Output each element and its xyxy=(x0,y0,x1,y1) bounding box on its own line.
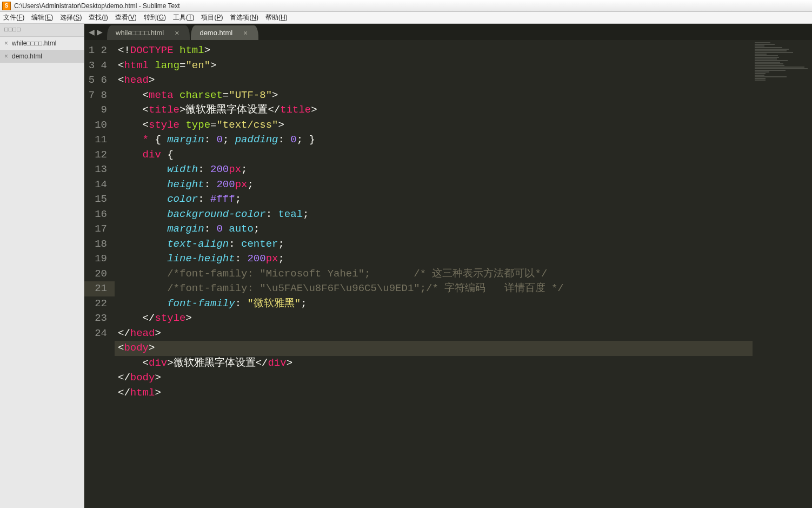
minimap-line xyxy=(755,58,777,60)
close-icon[interactable]: × xyxy=(243,29,248,37)
minimap-line xyxy=(755,50,787,51)
minimap-line xyxy=(755,57,779,58)
close-icon[interactable]: × xyxy=(4,41,9,45)
minimap-line xyxy=(755,60,788,61)
minimap-line xyxy=(755,55,778,56)
editor-body[interactable]: 1 2 3 4 5 6 7 8 9 10 11 12 13 14 15 16 1… xyxy=(84,40,812,508)
minimap-line xyxy=(755,76,787,77)
menu-s[interactable]: 选择(S) xyxy=(60,13,82,22)
tab[interactable]: demo.html× xyxy=(191,25,258,40)
tab-prev-icon[interactable]: ◀ xyxy=(89,28,95,36)
minimap-line xyxy=(755,75,764,76)
minimap-line xyxy=(755,68,808,69)
menu-f[interactable]: 文件(F) xyxy=(3,13,24,22)
editor-area: ◀ ▶ while□□□□.html×demo.html× 1 2 3 4 5 … xyxy=(84,24,812,508)
sidebar-item-label: while□□□□.html xyxy=(12,39,56,47)
minimap-line xyxy=(755,67,804,68)
minimap-line xyxy=(755,42,770,43)
sidebar-item[interactable]: ×while□□□□.html xyxy=(0,37,84,50)
minimap[interactable] xyxy=(753,40,812,508)
minimap-line xyxy=(755,47,782,48)
menu-e[interactable]: 编辑(E) xyxy=(31,13,53,22)
tab-next-icon[interactable]: ▶ xyxy=(97,28,103,36)
minimap-line xyxy=(755,65,784,66)
titlebar: S C:\Users\Administrator\Desktop\demo.ht… xyxy=(0,0,812,12)
code-area[interactable]: <!DOCTYPE html> <html lang="en"> <head> … xyxy=(115,40,753,508)
close-icon[interactable]: × xyxy=(175,29,179,37)
tab-nav[interactable]: ◀ ▶ xyxy=(84,24,107,40)
gutter: 1 2 3 4 5 6 7 8 9 10 11 12 13 14 15 16 1… xyxy=(84,40,115,508)
sidebar-header: □□□□ xyxy=(0,24,84,37)
tabbar: ◀ ▶ while□□□□.html×demo.html× xyxy=(84,24,812,40)
minimap-line xyxy=(755,63,783,64)
minimap-line xyxy=(755,78,766,79)
minimap-line xyxy=(755,62,780,63)
window-title: C:\Users\Administrator\Desktop\demo.html… xyxy=(14,2,180,10)
minimap-line xyxy=(755,49,789,50)
menu-h[interactable]: 帮助(H) xyxy=(265,13,288,22)
menu-g[interactable]: 转到(G) xyxy=(144,13,166,22)
menu-n[interactable]: 首选项(N) xyxy=(230,13,258,22)
minimap-line xyxy=(755,80,766,81)
close-icon[interactable]: × xyxy=(4,54,9,58)
minimap-line xyxy=(755,44,775,45)
menu-v[interactable]: 查看(V) xyxy=(115,13,137,22)
menubar: 文件(F)编辑(E)选择(S)查找(I)查看(V)转到(G)工具(T)项目(P)… xyxy=(0,12,812,24)
sidebar: □□□□ ×while□□□□.html×demo.html xyxy=(0,24,84,508)
menu-p[interactable]: 项目(P) xyxy=(201,13,223,22)
menu-t[interactable]: 工具(T) xyxy=(173,13,194,22)
minimap-line xyxy=(755,70,786,71)
minimap-line xyxy=(755,52,793,53)
sidebar-item[interactable]: ×demo.html xyxy=(0,50,84,63)
tab-label: while□□□□.html xyxy=(116,29,164,37)
tab[interactable]: while□□□□.html× xyxy=(107,25,190,40)
minimap-line xyxy=(755,71,769,72)
tab-label: demo.html xyxy=(199,29,232,37)
minimap-line xyxy=(755,45,764,47)
menu-i[interactable]: 查找(I) xyxy=(89,13,108,22)
minimap-line xyxy=(755,73,766,74)
minimap-line xyxy=(755,54,767,55)
app-icon: S xyxy=(2,2,11,10)
sidebar-item-label: demo.html xyxy=(12,52,42,60)
